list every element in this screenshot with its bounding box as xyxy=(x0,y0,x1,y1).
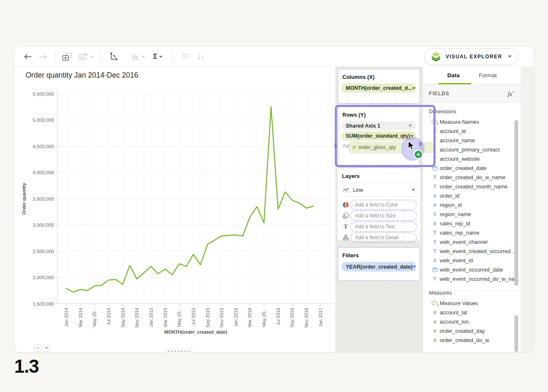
visual-explorer-caret-icon xyxy=(508,55,512,58)
color-icon xyxy=(342,201,349,208)
number-field-icon: # xyxy=(430,319,440,325)
x-tick-label: Jan 2014 xyxy=(64,308,69,327)
field-item[interactable]: Tweb_event_created_occurred... xyxy=(423,246,521,256)
field-item[interactable]: TMeasure Names xyxy=(423,117,521,126)
swap-axes-button[interactable] xyxy=(107,52,119,62)
field-item-label: order_created_do_w xyxy=(440,337,489,343)
field-item[interactable]: Taccount_website xyxy=(423,154,521,163)
app-window: Σ VISUAL EXPL xyxy=(14,46,534,353)
x-tick-label: Nov 2015 xyxy=(219,308,224,328)
measure-names-icon: T xyxy=(430,119,440,125)
add-field-text-input[interactable]: Add a field to Text xyxy=(350,222,417,232)
add-field-size-input[interactable]: Add a field to Size xyxy=(350,211,417,221)
filters-shelf[interactable]: Filters YEAR(order_created_date) xyxy=(338,247,420,281)
fields-tabs: Data Format xyxy=(423,67,521,84)
field-item[interactable]: web_event_occurred_date xyxy=(423,265,521,274)
field-item-label: web_event_created_occurred... xyxy=(440,248,515,254)
field-item[interactable]: #Measure Values xyxy=(423,298,521,308)
columns-field-pill[interactable]: MONTH(order_created_d... xyxy=(342,84,416,93)
x-tick-label: Mar 2015 xyxy=(163,308,168,327)
field-item[interactable]: #order_created_day xyxy=(423,326,521,335)
rows-shelf-header: Rows (Y) xyxy=(338,107,420,121)
sort-descending-icon xyxy=(197,53,205,60)
sort-descending-button[interactable] xyxy=(196,52,206,62)
forward-button[interactable] xyxy=(38,52,48,62)
layers-header: Layers xyxy=(338,168,420,183)
aggregate-button[interactable]: Σ xyxy=(150,52,165,62)
series-line[interactable] xyxy=(66,107,313,293)
field-item[interactable]: Tsales_rep_name xyxy=(423,228,521,237)
field-item[interactable]: #account_id xyxy=(423,126,521,136)
resize-axis-caret-icon xyxy=(142,56,145,58)
fields-title: FIELDS xyxy=(429,91,508,97)
shared-axis-pill[interactable]: Shared Axis 1 xyxy=(342,121,416,130)
remove-canvas-caret-icon xyxy=(90,56,93,58)
x-tick-label: May 20... xyxy=(92,308,97,327)
x-tick-label: Jul 2015 xyxy=(191,308,196,326)
x-tick-label: Nov 2014 xyxy=(134,308,139,328)
field-item[interactable]: Taccount_name xyxy=(423,136,521,145)
field-item-label: order_created_day xyxy=(440,328,485,334)
x-tick-label: Mar 2014 xyxy=(78,308,83,327)
duplicate-canvas-button[interactable] xyxy=(61,52,73,62)
figure-number-label: 1.3 xyxy=(14,356,39,377)
add-field-detail-input[interactable]: Add a field to Detail xyxy=(350,233,417,243)
x-tick-label: Jul 2016 xyxy=(276,308,281,326)
field-item[interactable]: #sales_rep_id xyxy=(423,219,521,228)
dimensions-scrollbar[interactable] xyxy=(514,120,518,286)
measures-scrollbar[interactable] xyxy=(514,315,518,352)
field-item[interactable]: #account_lat xyxy=(423,308,521,317)
resize-axis-button[interactable] xyxy=(129,52,147,62)
field-item-label: web_event_occurred_date xyxy=(440,267,503,273)
chevron-down-icon xyxy=(412,189,415,191)
zoom-out-button[interactable]: − xyxy=(34,345,42,352)
sort-ascending-button[interactable] xyxy=(180,52,191,62)
tab-data[interactable]: Data xyxy=(447,67,459,84)
text-field-icon: T xyxy=(430,183,440,190)
chevron-down-icon xyxy=(409,125,412,127)
number-field-icon: # xyxy=(430,257,440,264)
visual-explorer-menu-button[interactable]: VISUAL EXPLORER xyxy=(424,48,518,65)
field-item[interactable]: #web_event_id xyxy=(423,256,521,265)
field-item-label: web_event_channel xyxy=(440,239,488,245)
layer-type-select[interactable]: Line xyxy=(338,183,420,196)
canvas-drag-handle[interactable] xyxy=(165,349,192,354)
field-item[interactable]: Tregion_name xyxy=(423,209,521,219)
x-tick-label: Sep 2015 xyxy=(205,308,210,328)
field-item[interactable]: Taccount_primary_contact xyxy=(423,145,521,154)
x-axis-title: MONTH(order_created_date) xyxy=(164,329,227,335)
field-item-label: order_created_date xyxy=(440,165,487,171)
mouse-cursor-icon xyxy=(405,140,416,152)
field-item[interactable]: #order_id xyxy=(423,191,521,200)
field-item[interactable]: #region_id xyxy=(423,200,521,209)
field-item[interactable]: Torder_created_do_w_name xyxy=(423,172,521,182)
filter-field-pill[interactable]: YEAR(order_created_date) xyxy=(342,262,416,272)
visual-explorer-label: VISUAL EXPLORER xyxy=(446,54,508,60)
field-item[interactable]: Tweb_event_occurred_do_w_na... xyxy=(423,274,521,283)
y-tick-label: 2,500,000 xyxy=(33,249,54,254)
field-item[interactable]: #order_created_do_w xyxy=(423,335,521,345)
field-item[interactable]: Tweb_event_channel xyxy=(423,237,521,246)
y-tick-label: 3,000,000 xyxy=(33,222,54,227)
field-item-label: account_lat xyxy=(440,309,467,316)
field-item-label: account_primary_contact xyxy=(440,146,500,153)
y-tick-label: 5,000,000 xyxy=(33,118,54,123)
field-item-label: order_id xyxy=(440,193,459,199)
field-item[interactable]: #account_lon xyxy=(423,317,521,326)
zoom-in-button[interactable]: + xyxy=(43,345,50,352)
y-tick-label: 2,000,000 xyxy=(33,275,54,280)
remove-canvas-button[interactable] xyxy=(77,52,94,62)
add-field-color-input[interactable]: Add a field to Color xyxy=(350,200,417,210)
field-item[interactable]: Torder_created_month_name xyxy=(423,182,521,191)
back-button[interactable] xyxy=(23,52,33,62)
add-calculated-field-button[interactable]: fx+ xyxy=(508,89,515,98)
text-field-icon: T xyxy=(430,229,440,236)
drop-indicator-left-icon xyxy=(334,143,338,148)
divider xyxy=(338,196,420,197)
columns-shelf[interactable]: Columns (X) MONTH(order_created_d... xyxy=(338,69,420,104)
dragged-field-pill[interactable]: # order_gloss_qty xyxy=(349,142,402,152)
field-item[interactable]: order_created_date xyxy=(423,163,521,172)
color-icon xyxy=(341,201,350,208)
tab-format[interactable]: Format xyxy=(479,67,497,84)
chevron-down-icon xyxy=(412,87,415,89)
